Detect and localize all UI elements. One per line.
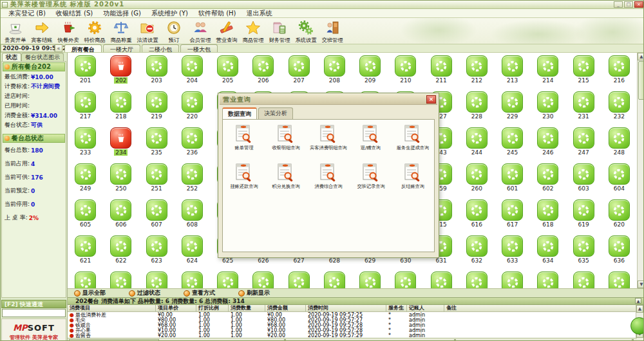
toolbar-button-finance[interactable]: 财务管理 — [266, 18, 292, 44]
grid-scrollbar[interactable]: ▲ ▼ — [637, 53, 644, 288]
table-cell[interactable]: 236 — [175, 127, 210, 163]
floor-tab[interactable]: 一楼大厅 — [103, 44, 140, 52]
query-item[interactable]: 账单管理 — [223, 125, 265, 163]
menu-item[interactable]: 软件帮助 (H) — [193, 9, 242, 18]
table-cell[interactable]: 638 — [103, 272, 138, 288]
toolbar-button-members[interactable]: 会员管理 — [187, 18, 213, 44]
table-cell[interactable]: 617 — [495, 199, 530, 235]
maximize-button[interactable]: □ — [624, 1, 633, 8]
table-cell[interactable]: 640 — [175, 272, 210, 288]
close-button[interactable]: × — [634, 1, 643, 8]
table-cell[interactable]: 652 — [601, 272, 637, 288]
table-cell[interactable]: 201 — [68, 55, 103, 91]
table-cell[interactable]: 229 — [495, 91, 530, 127]
collapse-sidebar-button[interactable]: « — [55, 44, 62, 52]
toolbar-button-weighing[interactable]: 商品称重 — [108, 18, 134, 44]
table-cell[interactable]: 648 — [459, 272, 495, 288]
table-cell[interactable]: 220 — [175, 91, 210, 127]
table-cell[interactable]: 602 — [530, 163, 565, 199]
menu-item[interactable]: 系统维护 (Y) — [146, 9, 193, 18]
toolbar-button-checkout[interactable]: 宾客结账 — [28, 18, 55, 44]
table-cell[interactable]: 622 — [103, 235, 138, 272]
table-cell[interactable]: 208 — [317, 55, 352, 91]
floor-tab[interactable]: 一楼大包 — [180, 44, 218, 52]
table-cell[interactable]: 646 — [388, 272, 423, 288]
scroll-down-arrow[interactable]: ▼ — [638, 281, 644, 288]
table-cell[interactable]: 219 — [139, 91, 175, 127]
table-cell[interactable]: 250 — [103, 163, 138, 199]
table-cell[interactable]: 245 — [495, 127, 530, 163]
minimize-button[interactable]: _ — [614, 1, 623, 8]
table-cell[interactable]: 616 — [459, 199, 495, 235]
table-cell[interactable]: 234 — [103, 127, 138, 163]
scroll-thumb[interactable] — [638, 61, 644, 100]
table-cell[interactable]: 244 — [459, 127, 495, 163]
table-cell[interactable]: 233 — [68, 127, 103, 163]
table-cell[interactable]: 251 — [139, 163, 175, 199]
table-cell[interactable]: 249 — [68, 163, 103, 199]
table-cell[interactable]: 644 — [317, 272, 352, 288]
table-cell[interactable]: 632 — [459, 235, 495, 272]
table-cell[interactable]: 207 — [281, 55, 317, 91]
table-cell[interactable]: 605 — [68, 199, 103, 235]
table-cell[interactable]: 634 — [530, 235, 565, 272]
table-cell[interactable]: 235 — [139, 127, 175, 163]
table-cell[interactable]: 202 — [103, 55, 138, 91]
table-cell[interactable]: 604 — [601, 163, 637, 199]
table-cell[interactable]: 216 — [601, 55, 637, 91]
table-cell[interactable]: 601 — [495, 163, 530, 199]
query-item[interactable]: 积分兑换查询 — [265, 163, 308, 202]
toolbar-button-special-items[interactable]: 特价商品 — [81, 18, 108, 44]
table-cell[interactable]: 203 — [139, 55, 175, 91]
table-cell[interactable]: 623 — [139, 235, 175, 272]
bottom-toolbar-button[interactable]: 查看方式 — [184, 289, 215, 297]
table-cell[interactable]: 621 — [68, 235, 103, 272]
table-cell[interactable]: 231 — [566, 91, 601, 127]
consumption-row[interactable]: ●齿留香 ¥20.00 1.00 1.00 ¥20.00 2020-09-19 … — [68, 333, 637, 338]
table-cell[interactable]: 637 — [68, 272, 103, 288]
table-cell[interactable]: 645 — [352, 272, 388, 288]
scroll-up-arrow[interactable]: ▲ — [638, 53, 644, 60]
table-cell[interactable]: 647 — [424, 272, 459, 288]
query-item[interactable]: 服务生提成查询 — [392, 125, 434, 163]
query-item[interactable]: 消费综合查询 — [307, 163, 350, 202]
table-cell[interactable]: 248 — [601, 127, 637, 163]
table-cell[interactable]: 603 — [566, 163, 601, 199]
table-cell[interactable]: 636 — [601, 235, 637, 272]
toolbar-button-soldout[interactable]: 沽清设置 — [134, 18, 160, 44]
table-cell[interactable]: 650 — [530, 272, 565, 288]
table-cell[interactable]: 624 — [175, 235, 210, 272]
floating-assistant-button[interactable] — [630, 317, 644, 335]
table-cell[interactable]: 620 — [601, 199, 637, 235]
dialog-tab[interactable]: 决策分析 — [258, 107, 293, 120]
table-cell[interactable]: 217 — [68, 91, 103, 127]
query-item[interactable]: 退/赠查询 — [350, 125, 392, 163]
menu-item[interactable]: 收银结算 (S) — [51, 9, 98, 18]
table-cell[interactable]: 641 — [210, 272, 245, 288]
table-cell[interactable]: 619 — [566, 199, 601, 235]
table-cell[interactable]: 608 — [175, 199, 210, 235]
table-cell[interactable]: 607 — [139, 199, 175, 235]
table-cell[interactable]: 606 — [103, 199, 138, 235]
table-cell[interactable]: 213 — [495, 55, 530, 91]
quick-channel-input[interactable] — [2, 309, 66, 317]
table-cell[interactable]: 230 — [530, 91, 565, 127]
toolbar-button-reservation[interactable]: 预订 — [160, 18, 187, 44]
table-cell[interactable]: 232 — [601, 91, 637, 127]
table-cell[interactable]: 635 — [566, 235, 601, 272]
table-cell[interactable]: 618 — [530, 199, 565, 235]
bottom-toolbar-button[interactable]: 过滤状态 — [129, 289, 160, 297]
table-cell[interactable]: 649 — [495, 272, 530, 288]
table-cell[interactable]: 215 — [566, 55, 601, 91]
table-cell[interactable]: 651 — [566, 272, 601, 288]
table-cell[interactable]: 211 — [424, 55, 459, 91]
floor-tab[interactable]: 二楼小包 — [142, 44, 179, 52]
toolbar-button-business-query[interactable]: 营业查询 — [213, 18, 240, 44]
table-cell[interactable]: 639 — [139, 272, 175, 288]
status-collapse-button[interactable]: ▲ — [635, 298, 641, 304]
query-item[interactable]: 收银明细查询 — [265, 125, 308, 163]
table-cell[interactable]: 212 — [459, 55, 495, 91]
table-cell[interactable]: 210 — [388, 55, 423, 91]
scroll-up-arrow[interactable]: ▲ — [636, 305, 643, 313]
sidebar-tab[interactable]: 状态 — [2, 53, 21, 61]
